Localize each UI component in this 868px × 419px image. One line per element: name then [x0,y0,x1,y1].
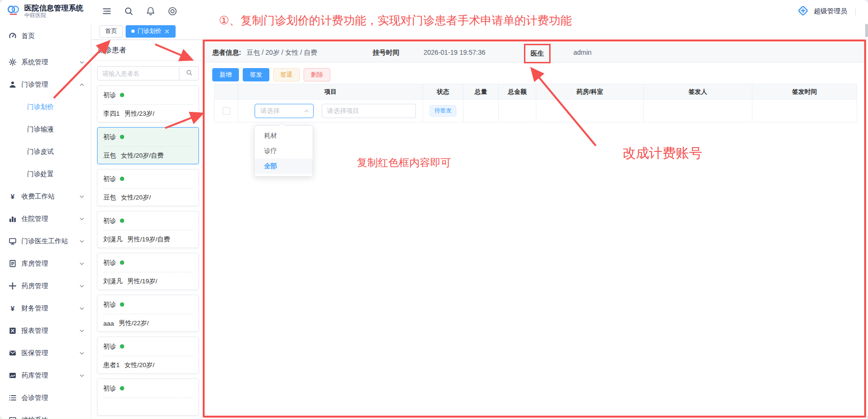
patient-panel: 就诊患者 初诊李四1男性/23岁/初诊豆包女性/20岁/自费初诊豆包女性/20岁… [92,40,204,419]
billing-table: 项目状态总量总金额药房/科室签发人签发时间请选择待签发 [214,84,857,122]
patient-name-row [103,398,193,416]
patient-status: 初诊 [103,91,116,100]
sidebar-item-consultation-mgmt[interactable]: 会诊管理 [0,387,91,409]
patient-name-row: aaa男性/22岁/ [103,314,193,332]
sidebar-item-outpatient-disposal[interactable]: 门诊处置 [0,163,91,185]
tab-bar: 首页门诊划价 [92,23,868,40]
scrollbar-thumb[interactable] [865,24,868,37]
sidebar-item-system-mgmt[interactable]: 系统管理 [0,51,91,73]
user-area[interactable]: 超级管理员 [797,4,868,19]
patient-status: 初诊 [103,133,116,141]
bell-icon[interactable] [146,6,156,17]
status-dot-icon [120,135,124,139]
patient-status-row: 初诊 [103,295,193,314]
sidebar-item-outpatient-skin-test[interactable]: 门诊皮试 [0,140,91,163]
chevron-down-icon [79,350,85,356]
status-dot-icon [120,302,124,307]
sidebar-item-warehouse-mgmt[interactable]: 库房管理 [0,252,91,275]
sidebar-item-drug-storage-mgmt[interactable]: 药库管理 [0,364,91,387]
sidebar-item-outpatient-mgmt[interactable]: 门诊管理 [0,73,91,96]
patient-name-row: 刘潇凡男性/19岁/自费 [103,230,193,249]
row-checkbox[interactable] [223,107,230,115]
table-cell [499,100,536,122]
sidebar-item-pharmacy-mgmt[interactable]: 药房管理 [0,275,91,297]
tab-home[interactable]: 首页 [99,25,123,38]
menu-icon[interactable] [102,6,112,17]
patient-card[interactable]: 初诊豆包女性/20岁/ [97,169,199,206]
patient-search-input[interactable] [97,66,179,80]
dropdown-option[interactable]: 耗材 [255,128,313,143]
patient-name: 豆包 [103,151,116,160]
service-icon[interactable] [168,6,178,17]
sidebar-item-home[interactable]: 首页 [0,25,91,47]
table-cell [215,100,238,122]
gear-icon [9,58,17,66]
patient-card[interactable]: 初诊刘潇凡男性/19岁/ [97,253,199,290]
table-cell: 请选择 [238,100,423,122]
sidebar-subitem-label: 门诊皮试 [27,148,54,156]
patient-name: 刘潇凡 [103,277,123,286]
category-select[interactable]: 请选择 [255,104,314,118]
register-time-label: 挂号时间 [373,43,399,62]
patient-panel-title: 就诊患者 [92,40,204,60]
svg-text:¥: ¥ [10,305,15,312]
patient-card[interactable]: 初诊aaa男性/22岁/ [97,295,199,332]
sidebar-item-outpatient-pricing[interactable]: 门诊划价 [0,96,91,118]
patient-card[interactable]: 初诊刘潇凡男性/19岁/自费 [97,211,199,248]
issue-button[interactable]: 签发 [243,68,269,81]
sidebar-item-outpatient-infusion[interactable]: 门诊输液 [0,118,91,140]
yen-icon: ¥ [9,192,17,200]
chevron-up-icon [304,108,309,114]
sidebar-item-outpatient-doctor-workstation[interactable]: 门诊医生工作站 [0,230,91,252]
chevron-down-icon [79,216,85,222]
bar-chart-icon [9,215,17,223]
sidebar-item-inpatient-mgmt[interactable]: 住院管理 [0,208,91,230]
sidebar-item-finance-mgmt[interactable]: ¥财务管理 [0,297,91,319]
item-input[interactable] [322,104,416,118]
status-dot-icon [120,260,124,265]
patient-status: 初诊 [103,342,116,351]
table-cell [752,100,857,122]
sidebar-item-label: 财务管理 [21,304,79,313]
sidebar-item-charging-workstation[interactable]: ¥收费工作站 [0,185,91,208]
close-icon[interactable] [164,29,170,34]
patient-meta: 男性/19岁/自费 [128,235,170,244]
patient-name: 患者1 [103,361,120,369]
dropdown-option[interactable]: 全部 [255,159,313,174]
patient-card[interactable]: 初诊 [97,379,199,416]
patient-info-label: 患者信息: [212,43,241,62]
patient-name-row: 豆包女性/20岁/ [103,189,193,207]
patient-name: 豆包 [103,193,116,202]
patient-name: 李四1 [103,110,120,118]
patient-status: 初诊 [103,300,116,309]
table-row: 请选择待签发 [215,100,857,122]
sign-out-button[interactable]: 签退 [273,68,300,81]
patient-card[interactable]: 初诊豆包女性/20岁/自费 [97,127,199,164]
sidebar-item-maintenance-system[interactable]: 维护系统 [0,409,91,419]
search-icon[interactable] [124,6,134,17]
patient-status-row: 初诊 [103,211,193,230]
add-button[interactable]: 新增 [212,68,239,81]
delete-button[interactable]: 删除 [304,68,330,81]
patient-card[interactable]: 初诊患者1女性/20岁/ [97,337,199,374]
tab-outpatient-pricing[interactable]: 门诊划价 [126,25,176,38]
patient-status: 初诊 [103,175,116,183]
column-header: 项目 [238,84,423,100]
sidebar-item-label: 药库管理 [21,371,79,380]
sidebar-item-label: 医保管理 [21,349,79,358]
user-name: 超级管理员 [814,7,847,16]
patient-search-button[interactable] [179,66,199,80]
sidebar-item-label: 门诊医生工作站 [21,237,79,246]
sidebar-item-report-mgmt[interactable]: 报表管理 [0,319,91,342]
sidebar-item-label: 门诊管理 [21,80,79,89]
dropdown-option[interactable]: 诊疗 [255,143,313,159]
patient-card[interactable]: 初诊李四1男性/23岁/ [97,85,199,122]
patient-status: 初诊 [103,259,116,267]
doctor-highlight-box: 医生 [524,44,551,63]
sidebar-item-medical-insurance-mgmt[interactable]: 医保管理 [0,342,91,364]
column-header: 签发人 [644,84,752,100]
chevron-down-icon [79,194,85,200]
column-header: 签发时间 [752,84,857,100]
status-dot-icon [120,344,124,349]
select-dropdown-popup: 耗材诊疗全部 [254,125,313,177]
